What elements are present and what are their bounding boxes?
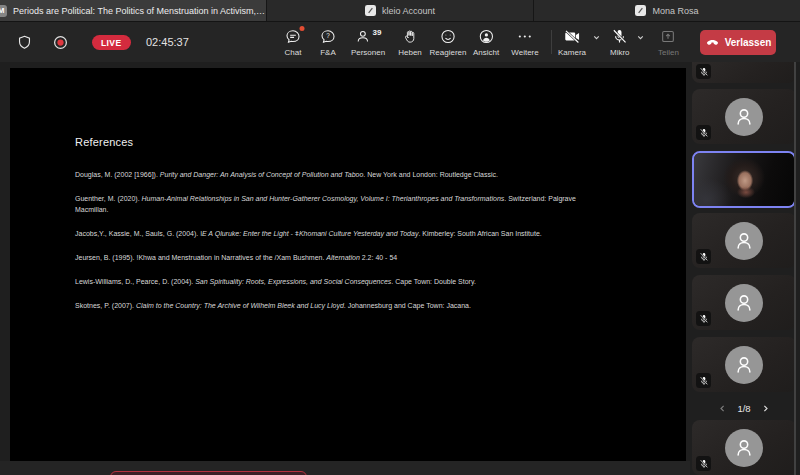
page-indicator: 1/8 — [737, 403, 750, 414]
mic-chevron-down-icon[interactable] — [636, 33, 645, 42]
reference-item: Jacobs,Y., Kassie, M., Sauls, G. (2004).… — [75, 228, 686, 239]
mic-label: Mikro — [610, 48, 630, 57]
mic-muted-icon — [696, 373, 711, 388]
shared-screen-stage: References Douglas, M. (2002 [1966]). Pu… — [0, 62, 690, 461]
qa-button[interactable]: ? F&A — [320, 28, 337, 57]
reference-item: Douglas, M. (2002 [1966]). Purity and Da… — [75, 169, 686, 180]
tab-kleio-title: kleio Account — [382, 6, 435, 16]
view-label: Ansicht — [473, 48, 499, 57]
page-next-button[interactable] — [761, 403, 770, 414]
more-dots-icon — [516, 28, 533, 45]
people-count: 39 — [373, 28, 382, 37]
react-label: Reagieren — [430, 48, 467, 57]
live-badge: LIVE — [92, 35, 131, 50]
participant-video — [694, 153, 794, 206]
mic-muted-icon — [696, 125, 711, 140]
reference-item: Skotnes, P. (2007). Claim to the Country… — [75, 300, 686, 311]
camera-button[interactable]: Kamera — [558, 28, 601, 57]
toolbar-divider — [551, 30, 552, 54]
people-label: Personen — [351, 48, 385, 57]
share-button: Teilen — [658, 28, 679, 57]
reference-item: Lewis-Williams, D., Pearce, D. (2004). S… — [75, 276, 686, 287]
chat-notification-dot — [300, 26, 305, 31]
slide-title: References — [75, 136, 686, 148]
participant-tile[interactable] — [692, 89, 796, 144]
tab-app-icon — [365, 5, 376, 16]
tab-mona-rosa[interactable]: Mona Rosa — [534, 0, 800, 21]
page-previous-button[interactable] — [718, 403, 727, 414]
meeting-doc-icon: M — [0, 5, 7, 17]
chat-icon — [285, 28, 302, 45]
camera-off-icon — [563, 28, 581, 45]
reference-item: Jeursen, B. (1995). !Khwa and Menstruati… — [75, 252, 686, 263]
react-button[interactable]: Reagieren — [430, 28, 467, 57]
avatar-person-icon — [725, 284, 763, 322]
mic-muted-icon — [696, 249, 711, 264]
tab-mona-title: Mona Rosa — [652, 6, 698, 16]
meeting-toolbar: LIVE 02:45:37 Chat ? F&A 39 Personen — [0, 22, 800, 62]
participant-tile[interactable] — [692, 420, 796, 475]
avatar-person-icon — [725, 346, 763, 384]
participant-tile[interactable] — [692, 213, 796, 268]
mic-muted-icon — [696, 456, 711, 471]
mic-muted-icon — [696, 311, 711, 326]
react-smiley-icon — [439, 28, 456, 45]
raise-hand-label: Heben — [398, 48, 422, 57]
raise-hand-button[interactable]: Heben — [398, 28, 422, 57]
qa-label: F&A — [320, 48, 336, 57]
people-button[interactable]: 39 Personen — [351, 28, 385, 57]
tab-meeting[interactable]: M Periods are Political: The Politics of… — [0, 0, 267, 21]
tab-kleio-account[interactable]: kleio Account — [267, 0, 534, 21]
leave-button[interactable]: Verlassen — [700, 30, 776, 55]
chat-button[interactable]: Chat — [285, 28, 302, 57]
avatar-person-icon — [725, 222, 763, 260]
participants-pagination: 1/8 — [692, 399, 796, 417]
svg-text:?: ? — [326, 32, 330, 39]
people-icon: 39 — [355, 28, 382, 45]
mic-button[interactable]: Mikro — [610, 28, 645, 57]
share-label: Teilen — [658, 48, 679, 57]
meeting-timer: 02:45:37 — [146, 36, 189, 48]
stop-presenting-button[interactable] — [110, 471, 307, 475]
raise-hand-icon — [402, 28, 418, 45]
camera-label: Kamera — [558, 48, 586, 57]
hangup-icon — [705, 35, 720, 50]
camera-chevron-down-icon[interactable] — [592, 33, 601, 42]
shield-icon[interactable] — [16, 34, 33, 51]
reference-item: Guenther, M. (2020). Human-Animal Relati… — [75, 193, 686, 215]
tab-app-icon — [635, 5, 646, 16]
participant-tile[interactable] — [692, 337, 796, 392]
more-button[interactable]: Weitere — [511, 28, 538, 57]
tab-meeting-title: Periods are Political: The Politics of M… — [13, 6, 265, 16]
sidebar-edge-line — [794, 62, 796, 475]
more-label: Weitere — [511, 48, 538, 57]
leave-label: Verlassen — [725, 37, 772, 48]
mic-off-icon — [611, 28, 628, 45]
window-tab-bar: M Periods are Political: The Politics of… — [0, 0, 800, 22]
avatar-person-icon — [725, 98, 763, 136]
share-screen-icon — [660, 28, 676, 45]
presentation-slide: References Douglas, M. (2002 [1966]). Pu… — [10, 68, 686, 461]
qa-icon: ? — [320, 28, 337, 45]
participants-strip: 1/8 — [690, 62, 800, 475]
main-area: References Douglas, M. (2002 [1966]). Pu… — [0, 62, 800, 475]
participant-tile-active-speaker[interactable] — [692, 151, 796, 208]
chat-label: Chat — [285, 48, 302, 57]
avatar-person-icon — [725, 429, 763, 467]
mic-muted-icon — [696, 64, 711, 79]
view-button[interactable]: Ansicht — [473, 28, 499, 57]
participant-tile-partial[interactable] — [692, 62, 796, 83]
participant-tile[interactable] — [692, 275, 796, 330]
recording-icon[interactable] — [53, 35, 68, 50]
meeting-window: M Periods are Political: The Politics of… — [0, 0, 800, 475]
view-icon — [477, 28, 494, 45]
bottom-bar — [0, 461, 690, 475]
